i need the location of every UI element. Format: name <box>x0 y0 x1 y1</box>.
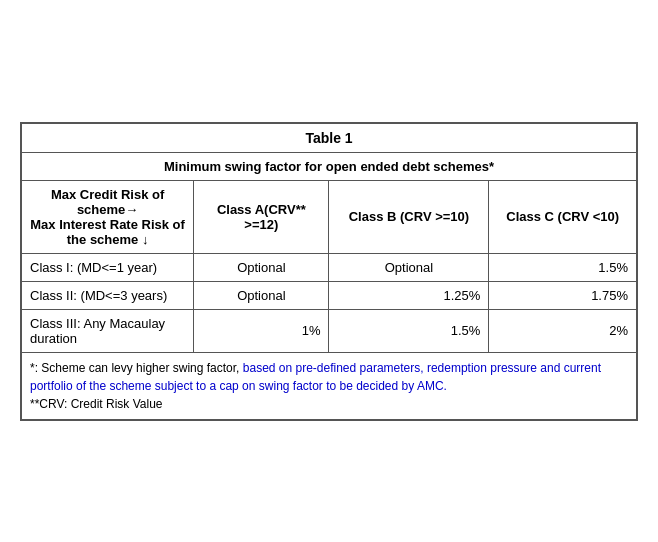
row-1-col-c: 1.5% <box>489 253 637 281</box>
col-b-header: Class B (CRV >=10) <box>329 180 489 253</box>
table-row: Class II: (MD<=3 years) Optional 1.25% 1… <box>22 281 637 309</box>
row-2-col-a: Optional <box>194 281 329 309</box>
footnote-2: **CRV: Credit Risk Value <box>30 395 628 413</box>
footnote-1: *: Scheme can levy higher swing factor, … <box>30 359 628 395</box>
footnote-row: *: Scheme can levy higher swing factor, … <box>22 352 637 419</box>
header-row-label: Max Credit Risk of scheme→ Max Interest … <box>22 180 194 253</box>
row-1-col-a: Optional <box>194 253 329 281</box>
table-title: Table 1 <box>22 123 637 152</box>
table-row: Class I: (MD<=1 year) Optional Optional … <box>22 253 637 281</box>
row-2-col-b: 1.25% <box>329 281 489 309</box>
header-row: Max Credit Risk of scheme→ Max Interest … <box>22 180 637 253</box>
row-2-label: Class II: (MD<=3 years) <box>22 281 194 309</box>
row-2-col-c: 1.75% <box>489 281 637 309</box>
credit-risk-label: Max Credit Risk of scheme→ <box>51 187 164 217</box>
interest-rate-label: Max Interest Rate Risk of the scheme ↓ <box>30 217 185 247</box>
row-3-label: Class III: Any Macaulay duration <box>22 309 194 352</box>
subtitle-row: Minimum swing factor for open ended debt… <box>22 152 637 180</box>
footnote-1-prefix: *: Scheme can levy higher swing factor, <box>30 361 243 375</box>
table-row: Class III: Any Macaulay duration 1% 1.5%… <box>22 309 637 352</box>
row-3-col-a: 1% <box>194 309 329 352</box>
col-a-header: Class A(CRV** >=12) <box>194 180 329 253</box>
footnote-cell: *: Scheme can levy higher swing factor, … <box>22 352 637 419</box>
row-1-col-b: Optional <box>329 253 489 281</box>
table-subtitle: Minimum swing factor for open ended debt… <box>22 152 637 180</box>
col-c-header: Class C (CRV <10) <box>489 180 637 253</box>
row-3-col-c: 2% <box>489 309 637 352</box>
row-1-label: Class I: (MD<=1 year) <box>22 253 194 281</box>
title-row: Table 1 <box>22 123 637 152</box>
table-container: Table 1 Minimum swing factor for open en… <box>20 122 638 421</box>
row-3-col-b: 1.5% <box>329 309 489 352</box>
